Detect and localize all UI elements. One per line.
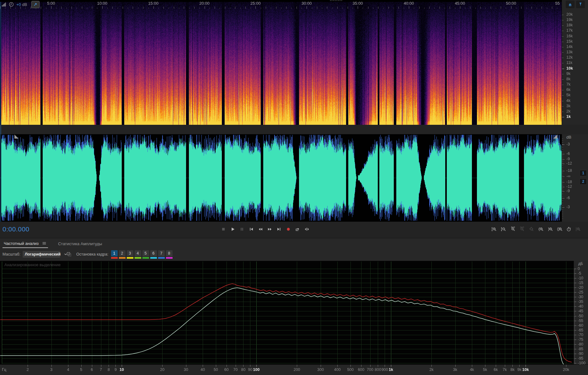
hold-button-number: 3 [127, 250, 133, 256]
ruler-label: 20:00 [196, 1, 213, 6]
spectrogram-canvas[interactable] [0, 2, 562, 125]
hold-button-number: 7 [158, 250, 165, 256]
hold-button-4[interactable]: 4 [135, 250, 141, 259]
hold-buttons: 12345678 [111, 250, 173, 259]
tab-label: Частотный анализ [4, 241, 39, 246]
db-scale-label: -40 [578, 304, 583, 309]
hold-button-7[interactable]: 7 [158, 250, 165, 259]
zoom-to-out-point-button[interactable] [547, 226, 554, 233]
hold-button-1[interactable]: 1 [111, 250, 118, 259]
scale-label: Масштаб: [3, 252, 20, 256]
snapping-toggle[interactable] [566, 1, 575, 8]
waveform-canvas[interactable] [0, 134, 562, 222]
db-scale-label: -30 [578, 295, 583, 299]
frequency-axis-label: 1k [384, 367, 398, 372]
tab-frequency-analysis[interactable]: Частотный анализ [3, 239, 48, 248]
frequency-scale: Hz 20k19k18k17k16k15k14k13k12k11k10k9k8k… [562, 0, 588, 125]
hold-button-3[interactable]: 3 [127, 250, 133, 259]
frequency-axis-label: 4 [61, 367, 75, 372]
db-scale-label: -50 [578, 314, 583, 318]
zoom-out-amplitude-button[interactable] [500, 226, 507, 233]
hold-button-5[interactable]: 5 [142, 250, 149, 259]
skip-to-end-button[interactable] [275, 226, 283, 233]
pause-button[interactable] [238, 226, 246, 233]
frequency-scale-label: 8k [566, 77, 570, 81]
skip-to-start-button[interactable] [248, 226, 255, 233]
gain-display[interactable]: +0 dB [16, 2, 27, 7]
amplitude-scale-label: -3 [566, 205, 570, 209]
play-button[interactable] [229, 226, 237, 233]
frequency-axis-label: 40 [196, 367, 210, 372]
frequency-scale-label: 17k [566, 28, 573, 33]
hold-color-swatch [127, 257, 133, 259]
hold-button-number: 6 [150, 250, 157, 256]
fast-forward-button[interactable] [266, 226, 274, 233]
hold-button-8[interactable]: 8 [166, 250, 173, 259]
stop-button[interactable] [220, 226, 227, 233]
hold-button-number: 2 [119, 250, 126, 256]
zoom-out-time-button[interactable] [518, 226, 526, 233]
db-scale-label: -65 [578, 328, 583, 332]
hold-color-swatch [150, 257, 157, 259]
gain-unit: dB [22, 2, 27, 7]
record-button[interactable] [285, 226, 292, 233]
zoom-in-time-button[interactable] [509, 226, 517, 233]
rewind-button[interactable] [257, 226, 264, 233]
zoom-to-selection-button[interactable] [556, 226, 564, 233]
marker-toggle[interactable] [576, 1, 585, 8]
amplitude-scale-label: -18 [566, 168, 572, 173]
time-display[interactable]: 0:00.000 [3, 225, 29, 233]
ruler-label: 10:00 [94, 1, 110, 6]
tab-amplitude-statistics[interactable]: Статистика Амплитуды [57, 240, 103, 248]
clock-icon[interactable] [8, 1, 15, 8]
frequency-axis-label: 4k [465, 367, 479, 372]
frequency-scale-label: 10k [566, 66, 573, 71]
frequency-analysis-panel: Частотный анализ Статистика Амплитуды Ма… [0, 238, 588, 375]
frequency-axis-label: 400 [330, 367, 344, 372]
frequency-scale-label: 16k [566, 34, 573, 38]
frequency-axis-label: 20 [155, 367, 169, 372]
waveform-panel [0, 134, 562, 222]
hold-color-swatch [135, 257, 141, 259]
selection-corner-handle-left[interactable] [14, 135, 19, 139]
loop-playback-button[interactable] [294, 226, 301, 233]
skip-selection-button[interactable] [303, 226, 311, 233]
zoom-full-reset-button[interactable] [528, 226, 535, 233]
amplitude-scale-label: -18 [566, 180, 572, 184]
auto-scroll-toggle[interactable] [31, 1, 40, 8]
ruler-label: 35:00 [350, 1, 366, 6]
frequency-scale-label: 15k [566, 39, 573, 44]
db-scale-label: 0 [578, 267, 580, 271]
hold-button-number: 5 [142, 250, 149, 256]
ruler-label: 30:00 [298, 1, 315, 6]
frequency-axis: Гц 2345678910203040506070809010020030040… [0, 364, 588, 375]
amplitude-scale: dB -3-6-9-12-18-∞-18-12-9-6-312 [562, 134, 588, 222]
zoom-in-amplitude-button[interactable] [490, 226, 498, 233]
frequency-axis-label: 10 [115, 367, 129, 372]
db-scale-label: -25 [578, 290, 583, 294]
ruler-label: 40:00 [401, 1, 417, 6]
timed-record-button[interactable] [565, 226, 573, 233]
playhead[interactable] [1, 2, 1, 222]
panel-tabs: Частотный анализ Статистика Амплитуды [3, 240, 103, 248]
selection-corner-handle-right[interactable] [553, 135, 557, 139]
frequency-scale-label: 14k [566, 45, 573, 49]
frequency-scale-label: 12k [566, 55, 573, 60]
db-scale-label: -20 [578, 285, 583, 290]
snapshot-button[interactable] [66, 251, 72, 258]
timeline-ruler[interactable]: +0 dB 55 5:0010:0015:0020:0025:0030:0035… [0, 0, 588, 9]
amplitude-scale-label: -12 [566, 184, 572, 189]
channel-2-button[interactable]: 2 [580, 178, 587, 185]
zoom-to-in-point-button[interactable] [537, 226, 545, 233]
scale-dropdown[interactable]: Логарифмический [22, 251, 61, 258]
hold-button-number: 8 [166, 250, 173, 256]
ruler-label: 15:00 [145, 1, 162, 6]
hold-button-2[interactable]: 2 [119, 250, 126, 259]
amplitude-scale-label: -6 [566, 196, 570, 200]
spectrogram-panel: •••••••• [0, 0, 562, 125]
panel-menu-icon[interactable] [42, 241, 47, 246]
zoom-reset-vertical-button[interactable] [575, 226, 582, 233]
frequency-scale-label: 6k [566, 87, 570, 92]
hold-button-6[interactable]: 6 [150, 250, 157, 259]
channel-1-button[interactable]: 1 [580, 170, 587, 176]
